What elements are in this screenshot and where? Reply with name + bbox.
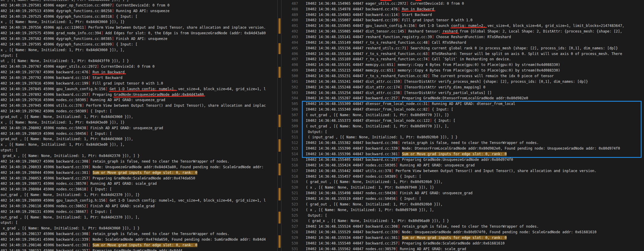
line-number[interactable]: 487 [281,1,298,7]
log-line[interactable]: 510 Output: [ [281,129,644,135]
log-line[interactable]: 527I0402 14:36:48.155524 44847 backward.… [281,224,644,229]
log-line[interactable]: 509( out_grad , [{ Name: None, Initializ… [281,124,644,129]
log-line[interactable]: 402 14:40:19.297556 45906 api.cc:119011]… [1,25,277,30]
log-line[interactable]: 402 14:40:19.298002 45906 nodes.cc:50438… [1,125,277,131]
log-line[interactable]: 402 14:40:19.297962 45906 nodes.cc:50389… [1,109,277,114]
log-line[interactable]: 493I0402 14:36:48.155141 44847 reshard_f… [281,34,644,40]
log-line[interactable]: 492I0402 14:36:48.155085 44847 dist_tens… [281,29,644,34]
log-line[interactable]: 495I0402 14:36:48.155156 44847 reshard_u… [281,46,644,51]
line-number[interactable]: 507 [281,112,298,118]
line-number[interactable]: 503 [281,90,298,96]
log-line[interactable]: 528I0402 14:36:48.155529 44847 backward.… [281,229,644,235]
log-line[interactable]: 524( x , [{ Name: None, Initialized: 1, … [281,207,644,213]
log-line[interactable]: 489I0402 14:36:48.154983 44847 backward.… [281,12,644,18]
log-line[interactable]: 402 14:40:19.297792 45906 backward.cc:11… [1,75,277,81]
log-line[interactable]: x , [{ Name: None, Initialized: 1, Ptr: … [1,19,277,25]
line-number[interactable]: 514 [281,151,298,157]
line-number[interactable]: 524 [281,207,298,213]
log-line[interactable]: 402 14:40:19.298137 45906 backward.cc:30… [1,231,277,237]
log-line[interactable]: 402 14:40:19.297916 45906 nodes.cc:50305… [1,97,277,103]
line-number[interactable]: 506 [281,107,298,112]
log-line[interactable]: x , [{ Name: None, Initialized: 1, Ptr: … [1,47,277,53]
line-number[interactable]: 526 [281,218,298,224]
line-number[interactable]: 508 [281,118,298,124]
line-number[interactable]: 525 [281,213,298,218]
line-number[interactable]: 504 [281,95,298,101]
line-number[interactable]: 496 [281,51,298,57]
line-number[interactable]: 490 [281,17,298,23]
log-line[interactable]: 488I0402 14:36:48.154978 44847 backward.… [281,7,644,12]
log-line[interactable]: 487I0402 14:36:48.154965 44847 eager_uti… [281,1,644,7]
line-number[interactable]: 520 [281,185,298,190]
log-line[interactable]: 498I0402 14:36:48.155191 44847 memcpy.cc… [281,62,644,68]
log-line[interactable]: x_grad , [{ Name: None, Initialized: 1, … [1,226,277,231]
log-line[interactable]: 506I0402 14:36:48.155340 44847 dtensor_f… [281,107,644,112]
line-number[interactable]: 499 [281,68,298,73]
log-line[interactable]: ut , [{ Name: None, Initialized: 1, Ptr:… [1,0,277,3]
line-number[interactable]: 509 [281,124,298,129]
overview-ruler[interactable] [277,0,281,251]
line-number[interactable]: 491 [281,23,298,29]
line-number[interactable]: 505 [281,101,298,107]
log-line[interactable]: 402 14:40:19.298116 45906 nodes.cc:38652… [1,203,277,209]
log-line[interactable]: 402 14:40:19.297582 45906 dygraph_functi… [1,36,277,42]
log-line[interactable]: 402 14:40:19.297816 45906 backward.cc:19… [1,81,277,86]
log-line[interactable]: 529I0402 14:36:48.155534 44847 backward.… [281,235,644,241]
log-line[interactable]: 497I0402 14:36:48.155169 44847 r_to_s_re… [281,56,644,62]
log-line[interactable]: 402 14:40:19.298044 45906 backward.cc:38… [1,170,277,176]
line-number[interactable]: 519 [281,179,298,185]
log-line[interactable]: 518I0402 14:36:48.155457 44847 nodes.cc:… [281,174,644,179]
line-number[interactable]: 498 [281,62,298,68]
log-line[interactable]: 512I0402 14:36:48.155382 44847 backward.… [281,140,644,146]
log-line[interactable]: 516I0402 14:36:48.155424 44847 nodes.cc:… [281,163,644,168]
log-line[interactable]: 523( grad_out , [{ Name: None, Initializ… [281,202,644,207]
log-line[interactable]: 402 14:40:19.298099 45906 gpu_launch_con… [1,198,277,203]
line-number[interactable]: 500 [281,73,298,79]
log-line[interactable]: 515I0402 14:36:48.155405 44847 backward.… [281,157,644,163]
log-line[interactable]: 402 14:40:19.298033 45906 backward.cc:33… [1,164,277,170]
log-line[interactable]: 521I0402 14:36:48.155498 44847 nodes.cc:… [281,190,644,196]
log-line[interactable]: grad_out , [{ Name: None, Initialized: 1… [1,136,277,142]
log-line[interactable]: 507( out_grad , [{ Name: None, Initializ… [281,112,644,118]
log-line[interactable]: utput: [ [1,53,277,59]
log-line[interactable]: utput: [ [1,220,277,226]
log-line[interactable]: 525 Output: [ [281,213,644,218]
log-line[interactable]: 402 14:40:19.298141 45906 backward.cc:33… [1,237,277,242]
log-line[interactable]: 504I0402 14:36:48.155287 44847 backward.… [281,95,644,101]
log-line[interactable]: 402 14:40:19.297525 45906 dygraph_functi… [1,14,277,20]
line-number[interactable]: 530 [281,241,298,246]
log-line[interactable]: 501I0402 14:36:48.155241 44847 dist_attr… [281,79,644,85]
log-line[interactable]: 496I0402 14:36:48.155164 44847 r_to_s_re… [281,51,644,57]
line-number[interactable]: 495 [281,46,298,51]
log-line[interactable]: 402 14:40:19.298027 45906 backward.cc:30… [1,159,277,164]
log-line[interactable]: 402 14:40:19.297845 45906 gpu_launch_con… [1,86,277,92]
log-line[interactable]: 402 14:40:19.297575 45906 grad_node_info… [1,30,277,36]
log-line[interactable]: x , [{ Name: None, Initialized: 1, Ptr: … [1,120,277,125]
line-number[interactable]: 517 [281,168,298,174]
log-line[interactable]: grad_x , [{ Name: None, Initialized: 1, … [1,153,277,159]
log-line[interactable]: 402 14:40:19.298071 45906 nodes.cc:38570… [1,181,277,187]
line-number[interactable]: 512 [281,140,298,146]
log-line[interactable]: 511 ( input_grad , [{ Name: None, Initia… [281,135,644,140]
log-line[interactable]: utput: [ [1,148,277,153]
log-line[interactable]: out_grad , [{ Name: None, Initialized: 1… [1,215,277,220]
line-number[interactable]: 527 [281,224,298,229]
log-line[interactable]: ut , [{ Name: None, Initialized: 1, Ptr:… [1,58,277,64]
log-line[interactable]: 526 ( grad_x , [{ Name: None, Initialize… [281,218,644,224]
log-line[interactable]: 531I0402 14:36:48.155562 44847 nodes.cc:… [281,246,644,251]
line-number[interactable]: 488 [281,7,298,12]
left-log-editor[interactable]: ut , [{ Name: None, Initialized: 1, Ptr:… [0,0,277,251]
log-line[interactable]: 514I0402 14:36:48.155396 44847 backward.… [281,151,644,157]
log-line[interactable]: 517I0402 14:36:48.155442 44847 utils.cc:… [281,168,644,174]
log-line[interactable]: 513I0402 14:36:48.155390 44847 backward.… [281,146,644,151]
log-line[interactable]: x , [{ Name: None, Initialized: 1, Ptr: … [1,142,277,148]
line-number[interactable]: 522 [281,196,298,202]
line-number[interactable]: 521 [281,190,298,196]
log-line[interactable]: 402 14:40:19.297787 45906 backward.cc:47… [1,69,277,75]
line-number[interactable]: 494 [281,40,298,46]
log-line[interactable]: 522I0402 14:36:48.155519 44847 nodes.cc:… [281,196,644,202]
log-line[interactable]: 494I0402 14:36:48.155149 44847 r_to_s_re… [281,40,644,46]
log-line[interactable]: 402 14:40:19.298053 45906 backward.cc:25… [1,176,277,181]
log-line[interactable]: 520( x , [{ Name: None, Initialized: 1, … [281,185,644,190]
line-number[interactable]: 518 [281,174,298,179]
